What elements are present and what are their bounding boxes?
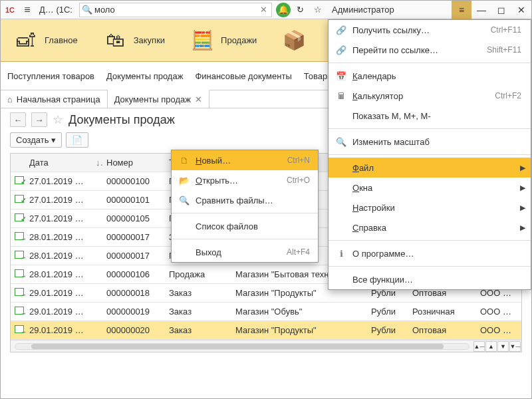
- col-number[interactable]: Номер: [102, 158, 165, 168]
- menu-go-link[interactable]: 🔗Перейти по ссылке…Shift+F11: [329, 40, 531, 60]
- menu-all-functions[interactable]: Все функции…: [329, 269, 531, 289]
- cell-type: Продажа: [165, 269, 231, 279]
- cell-date: 29.01.2019 …: [25, 307, 92, 317]
- chevron-right-icon: ▶: [520, 164, 525, 172]
- bag-icon: 🛍: [102, 27, 128, 54]
- cell-date: 29.01.2019 …: [25, 288, 92, 298]
- chevron-right-icon: ▶: [520, 203, 525, 212]
- doc-status-icon: [15, 195, 24, 203]
- doc-status-icon: [15, 288, 24, 296]
- submenu-new[interactable]: 🗋Новый…Ctrl+N: [172, 150, 318, 170]
- nav-sales-label: Продажи: [221, 35, 257, 45]
- tab-sales-docs[interactable]: Документы продаж✕: [108, 90, 209, 108]
- menu-calculator[interactable]: 🖩КалькуляторCtrl+F2: [329, 86, 531, 106]
- clear-icon[interactable]: ✕: [257, 5, 271, 15]
- calendar-icon: 📅: [335, 71, 347, 81]
- menu-calendar[interactable]: 📅Календарь: [329, 66, 531, 86]
- app-logo: 1C: [1, 1, 19, 19]
- table-row[interactable]: 29.01.2019 … 000000020 Заказ Магазин "Пр…: [11, 321, 521, 340]
- cell-type: Заказ: [165, 307, 231, 317]
- nav-main[interactable]: 🛋Главное: [1, 19, 90, 62]
- cell-number: 000000105: [102, 213, 165, 223]
- cell-date: 27.01.2019 …: [25, 213, 92, 223]
- tab-home[interactable]: ⌂Начальная страница: [1, 90, 108, 108]
- close-button[interactable]: ✕: [511, 1, 531, 19]
- subnav-receipts[interactable]: Поступления товаров: [7, 71, 94, 81]
- subnav-fin-docs[interactable]: Финансовые документы: [195, 71, 291, 81]
- tab-home-label: Начальная страница: [17, 94, 100, 104]
- subnav-sales-docs[interactable]: Документы продаж: [106, 71, 183, 81]
- scroll-bottom-button[interactable]: ▼—: [509, 341, 521, 352]
- close-icon[interactable]: ✕: [195, 94, 202, 104]
- col-date[interactable]: Дата: [25, 158, 92, 168]
- doc-status-icon: [15, 269, 24, 277]
- submenu-compare[interactable]: 🔍Сравнить файлы…: [172, 190, 318, 210]
- notifications-button[interactable]: 🔔: [275, 1, 292, 19]
- chevron-right-icon: ▶: [520, 184, 525, 192]
- doc-status-icon: [15, 232, 24, 240]
- file-submenu: 🗋Новый…Ctrl+N 📂Открыть…Ctrl+O 🔍Сравнить …: [171, 150, 319, 263]
- menu-icon[interactable]: ≡: [19, 4, 35, 16]
- menu-help[interactable]: Справка▶: [329, 217, 531, 237]
- search-box[interactable]: 🔍 ✕: [79, 3, 272, 17]
- home-icon: ⌂: [7, 94, 13, 104]
- nav-sales[interactable]: 🧮Продажи: [177, 19, 269, 62]
- submenu-filelist: Список файлов: [172, 216, 318, 236]
- submenu-open[interactable]: 📂Открыть…Ctrl+O: [172, 170, 318, 190]
- cell-date: 28.01.2019 …: [25, 232, 92, 242]
- open-folder-icon: 📂: [178, 176, 190, 186]
- table-row[interactable]: 29.01.2019 … 000000019 Заказ Магазин "Об…: [11, 303, 521, 321]
- cell-org: ООО "Т…: [476, 325, 516, 335]
- back-button[interactable]: ←: [10, 112, 26, 127]
- scroll-down-button[interactable]: ▼: [497, 341, 509, 352]
- favorites-button[interactable]: ☆: [309, 1, 327, 19]
- menu-zoom[interactable]: 🔍Изменить масштаб: [329, 132, 531, 152]
- main-menu-button[interactable]: ≡: [452, 1, 471, 19]
- menu-get-link[interactable]: 🔗Получить ссылку…Ctrl+F11: [329, 20, 531, 40]
- menu-windows[interactable]: Окна▶: [329, 178, 531, 198]
- doc-status-icon: [15, 307, 24, 315]
- doc-status-icon: [15, 325, 24, 333]
- scroll-up-button[interactable]: ▲: [485, 341, 497, 352]
- cell-date: 28.01.2019 …: [25, 269, 92, 279]
- history-button[interactable]: ↻: [292, 1, 309, 19]
- nav-purchases[interactable]: 🛍Закупки: [90, 19, 177, 62]
- submenu-exit[interactable]: ВыходAlt+F4: [172, 242, 318, 262]
- menu-file[interactable]: Файл▶: [329, 158, 531, 178]
- cell-number: 000000018: [102, 288, 165, 298]
- maximize-button[interactable]: ◻: [491, 1, 511, 19]
- calculator-icon: 🖩: [335, 91, 347, 101]
- link-go-icon: 🔗: [335, 45, 347, 55]
- link-icon: 🔗: [335, 25, 347, 35]
- star-icon[interactable]: ☆: [53, 112, 63, 127]
- new-file-icon: 🗋: [178, 156, 190, 166]
- cell-date: 29.01.2019 …: [25, 325, 92, 335]
- menu-settings[interactable]: Настройки▶: [329, 198, 531, 217]
- forward-button[interactable]: →: [31, 112, 47, 127]
- cell-currency: Рубли: [367, 307, 408, 317]
- cell-date: 27.01.2019 …: [25, 176, 92, 186]
- user-label[interactable]: Администратор: [327, 5, 400, 15]
- titlebar: 1C ≡ Д… (1С: 🔍 ✕ 🔔 ↻ ☆ Администратор ≡ —…: [1, 1, 531, 19]
- zoom-icon: 🔍: [335, 137, 347, 147]
- scroll-top-button[interactable]: ▲—: [473, 341, 485, 352]
- nav-box[interactable]: 📦: [269, 19, 325, 62]
- minimize-button[interactable]: —: [471, 1, 491, 19]
- cell-org: ООО "Т…: [476, 307, 516, 317]
- search-input[interactable]: [94, 5, 257, 15]
- cell-type: Заказ: [165, 325, 231, 335]
- menu-show-m[interactable]: Показать M, M+, M-: [329, 106, 531, 126]
- doc-status-icon: [15, 251, 24, 259]
- page-title: Документы продаж: [68, 113, 175, 127]
- copy-button[interactable]: 📄: [66, 132, 88, 148]
- horizontal-scrollbar[interactable]: ▲— ▲ ▼ ▼—: [11, 340, 521, 352]
- menu-about[interactable]: ℹО программе…: [329, 243, 531, 263]
- nav-purchases-label: Закупки: [134, 35, 165, 45]
- nav-main-label: Главное: [45, 35, 78, 45]
- create-button[interactable]: Создать▾: [10, 132, 62, 148]
- chevron-right-icon: ▶: [520, 223, 525, 232]
- cell-number: 000000106: [102, 269, 165, 279]
- cell-contractor: Магазин "Обувь": [231, 307, 367, 317]
- doc-status-icon: [15, 213, 24, 221]
- sort-icon[interactable]: ↓: [92, 158, 102, 168]
